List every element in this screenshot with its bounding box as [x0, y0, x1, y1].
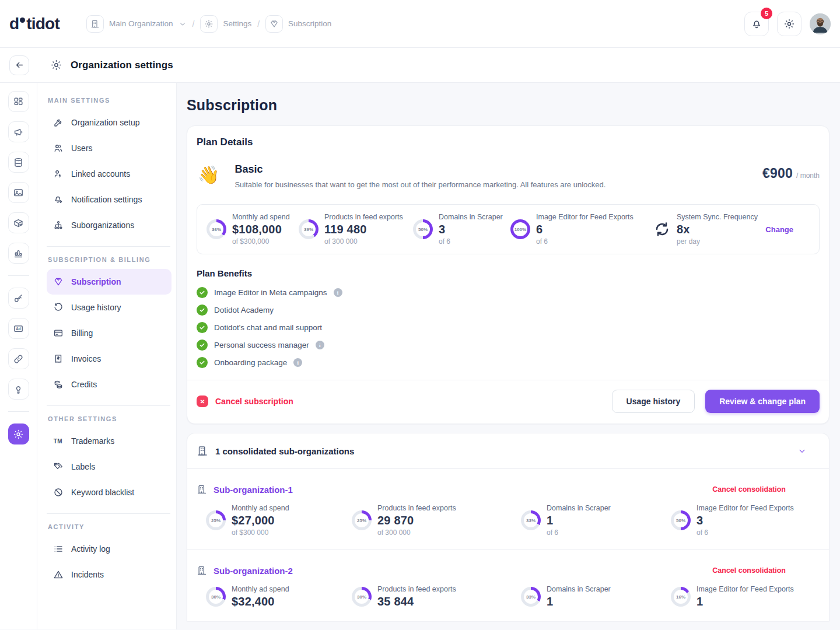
usage-history-button[interactable]: Usage history — [612, 390, 695, 413]
settings-button[interactable] — [777, 12, 802, 36]
sidebar-item-trademarks[interactable]: TM Trademarks — [47, 428, 172, 454]
stat-label: Monthly ad spend — [232, 504, 289, 512]
info-icon[interactable]: i — [293, 358, 302, 367]
review-change-plan-button[interactable]: Review & change plan — [705, 390, 820, 413]
sidebar-item-label: Incidents — [71, 570, 104, 579]
breadcrumb-settings[interactable]: Settings — [200, 15, 251, 33]
dotidot-logo[interactable]: d tidot — [9, 15, 60, 33]
logo-text-suffix: tidot — [26, 15, 60, 33]
main-content: Subscription Plan Details 👋 Basic Suitab… — [177, 83, 840, 629]
change-sync-link[interactable]: Change — [765, 225, 793, 234]
suborg-name-link[interactable]: Sub-organization-1 — [214, 485, 293, 495]
coins-icon — [52, 379, 64, 390]
dashboard-icon[interactable] — [8, 91, 29, 112]
tag-icon — [265, 15, 283, 33]
plan-description: Suitable for businesses that want to get… — [235, 180, 606, 189]
links-icon[interactable] — [8, 348, 29, 369]
sidebar-item-notification-settings[interactable]: Notification settings — [47, 187, 172, 212]
exports-icon[interactable] — [8, 212, 29, 233]
stat-value: 6 — [536, 223, 634, 236]
settings-gear-icon[interactable] — [8, 424, 29, 444]
section-title-other-settings: OTHER SETTINGS — [48, 415, 172, 422]
sidebar-item-suborganizations[interactable]: Suborganizations — [47, 212, 172, 238]
info-icon[interactable]: i — [334, 288, 342, 297]
suborg-name-link[interactable]: Sub-organization-2 — [214, 566, 293, 576]
sidebar-item-invoices[interactable]: Invoices — [47, 346, 172, 372]
building-icon — [197, 445, 208, 457]
ad-preview-icon[interactable]: Ad — [8, 318, 29, 339]
stat-monthly-ad-spend: 30% Monthly ad spend $32,400 — [206, 585, 352, 608]
sidebar-item-linked-accounts[interactable]: Linked accounts — [47, 161, 172, 187]
logo-dot-icon — [20, 18, 25, 23]
sidebar-item-label: Organization setup — [71, 118, 140, 127]
stat-products-in-feed-exports: 25% Products in feed exports 29 870 of 3… — [352, 504, 521, 537]
stat-label: System Sync. Frequency — [677, 213, 758, 221]
sidebar-item-credits[interactable]: Credits — [47, 372, 172, 397]
donut-chart: 50% — [413, 219, 433, 239]
back-button[interactable] — [9, 55, 29, 75]
sidebar-item-activity-log[interactable]: Activity log — [47, 536, 172, 562]
ban-icon — [52, 487, 64, 498]
cancel-consolidation-link[interactable]: Cancel consolidation — [712, 566, 786, 575]
sidebar-item-usage-history[interactable]: Usage history — [47, 295, 172, 320]
donut-chart: 50% — [671, 510, 691, 530]
warning-icon — [52, 569, 64, 580]
breadcrumb-subscription[interactable]: Subscription — [265, 15, 331, 33]
price-period: / month — [796, 172, 820, 180]
check-icon — [197, 357, 208, 368]
check-icon — [197, 322, 208, 333]
ideas-bulb-icon[interactable] — [8, 379, 29, 400]
sidebar-item-organization-setup[interactable]: Organization setup — [47, 110, 172, 135]
stat-of: of 300 000 — [324, 237, 403, 246]
check-icon — [197, 340, 208, 351]
benefit-label: Personal success manager — [214, 341, 309, 349]
consolidated-suborgs-header[interactable]: 1 consolidated sub-organizations — [187, 433, 829, 468]
nav-rail: Ad — [0, 83, 37, 629]
user-avatar[interactable] — [810, 13, 831, 34]
price-value: €900 — [762, 166, 793, 181]
donut-chart: 36% — [206, 219, 226, 239]
stat-monthly-ad-spend: 36% Monthly ad spend $108,000 of $300,00… — [206, 213, 299, 246]
sidebar-item-subscription[interactable]: Subscription — [47, 269, 172, 295]
stat-of: of 6 — [696, 528, 794, 537]
sidebar-item-billing[interactable]: Billing — [47, 320, 172, 346]
hierarchy-icon — [52, 220, 64, 230]
image-editor-icon[interactable] — [8, 182, 29, 203]
breadcrumb-separator: / — [192, 19, 195, 29]
benefit-label: Onboarding package — [214, 358, 287, 367]
chevron-down-icon[interactable] — [178, 20, 187, 28]
plan-benefits-heading: Plan Benefits — [197, 268, 820, 278]
campaigns-megaphone-icon[interactable] — [8, 121, 29, 142]
sidebar-divider — [47, 405, 170, 406]
notifications-button[interactable]: 5 — [744, 12, 769, 36]
labels-icon — [52, 461, 64, 472]
stat-image-editor: 100% Image Editor for Feed Exports 6 of … — [510, 213, 653, 246]
sidebar-item-users[interactable]: Users — [47, 135, 172, 161]
sidebar-item-label: Billing — [71, 328, 93, 338]
sidebar-item-label: Usage history — [71, 303, 121, 312]
chevron-down-icon[interactable] — [797, 446, 807, 456]
breadcrumb: Main Organization / Settings / Subscript… — [86, 15, 331, 33]
top-bar: d tidot Main Organization / Settings / S… — [0, 0, 840, 48]
api-key-icon[interactable] — [8, 288, 29, 309]
sidebar-item-labels[interactable]: Labels — [47, 454, 172, 480]
stat-sync-frequency: System Sync. Frequency 8x per day — [653, 213, 758, 246]
sidebar-divider — [47, 246, 170, 247]
sidebar-item-incidents[interactable]: Incidents — [47, 562, 172, 587]
stat-value: 3 — [696, 514, 794, 527]
stat-products-in-feed-exports: 30% Products in feed exports 35 844 — [352, 585, 521, 608]
breadcrumb-organization[interactable]: Main Organization — [86, 15, 187, 33]
cancel-subscription-button[interactable]: ✕ Cancel subscription — [197, 396, 293, 407]
data-sources-icon[interactable] — [8, 152, 29, 173]
donut-chart: 25% — [206, 510, 226, 530]
plan-usage-stats: 36% Monthly ad spend $108,000 of $300,00… — [197, 204, 820, 254]
analytics-icon[interactable] — [8, 243, 29, 264]
invoice-icon — [52, 354, 64, 364]
cancel-consolidation-link[interactable]: Cancel consolidation — [712, 485, 786, 494]
stat-of: of 6 — [536, 237, 634, 246]
sidebar-item-label: Invoices — [71, 354, 101, 363]
info-icon[interactable]: i — [316, 341, 324, 349]
benefit-label: Image Editor in Meta campaigns — [214, 288, 327, 297]
breadcrumb-subscription-label: Subscription — [288, 19, 331, 28]
sidebar-item-keyword-blacklist[interactable]: Keyword blacklist — [47, 480, 172, 505]
